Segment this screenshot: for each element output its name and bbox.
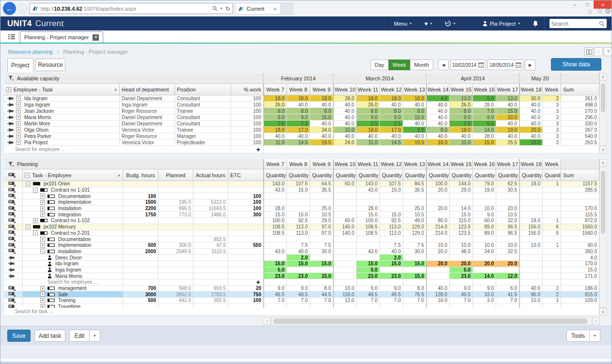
etc-hours[interactable] <box>228 261 264 267</box>
quantity-cell[interactable] <box>403 279 426 286</box>
quantity-cell[interactable]: 34.0 <box>473 249 496 255</box>
expand-toggle[interactable]: + <box>40 304 45 308</box>
quantity-cell[interactable]: 29.0 <box>310 218 333 224</box>
capacity-week-cell[interactable]: 20.0 <box>519 127 543 133</box>
budget-hours[interactable] <box>123 255 158 261</box>
etc-hours[interactable]: 100 <box>228 193 264 199</box>
quantity-cell[interactable] <box>496 279 519 286</box>
budget-hours[interactable]: 100 <box>123 193 158 199</box>
new-tab-button[interactable] <box>282 3 293 15</box>
quantity-cell[interactable] <box>543 236 561 243</box>
task-name[interactable]: −Contract no 2-201 <box>23 230 123 237</box>
week-header[interactable]: Week 7 <box>264 84 287 95</box>
quantity-cell[interactable]: 97.0 <box>310 224 333 230</box>
quantity-cell[interactable]: 1 <box>543 243 561 249</box>
capacity-week-cell[interactable]: 40.0 <box>310 133 333 139</box>
employee-search-input[interactable]: Search for employee ... <box>4 146 231 153</box>
tab-project[interactable]: Project <box>7 58 33 72</box>
quantity-cell[interactable] <box>380 267 403 273</box>
quantity-cell[interactable]: 12.0 <box>333 298 357 304</box>
quantity-cell[interactable]: 40.0 <box>380 249 403 255</box>
quantity-cell[interactable]: 30.5 <box>496 187 519 194</box>
quantity-cell[interactable]: 20.0 <box>496 261 519 267</box>
quantity-cell[interactable]: 25.0 <box>310 206 333 212</box>
expand-toggle[interactable]: + <box>16 96 21 101</box>
capacity-week-cell[interactable]: 40.0 <box>519 114 543 121</box>
capacity-week-cell[interactable]: 40.0 <box>403 133 426 139</box>
quantity-cell[interactable] <box>264 236 287 243</box>
quantity-cell[interactable] <box>473 255 496 261</box>
quantity-cell[interactable] <box>333 236 357 243</box>
quantity-cell[interactable]: 28.0 <box>357 206 380 212</box>
employee-name[interactable]: Ida Ingram <box>23 261 123 267</box>
capacity-week-cell[interactable]: 7.0 <box>473 108 496 114</box>
quantity-cell[interactable] <box>310 304 333 308</box>
week-header[interactable]: Week 15 <box>450 84 473 95</box>
week-header[interactable]: Week 8 <box>287 159 310 169</box>
expand-toggle[interactable]: + <box>16 140 21 145</box>
quantity-cell[interactable] <box>473 199 496 206</box>
quantity-cell[interactable]: 25.0 <box>403 206 426 212</box>
expand-toggle[interactable]: + <box>33 218 38 223</box>
capacity-week-cell[interactable]: 40.0 <box>333 114 357 121</box>
favorites-star-icon[interactable]: ☆ <box>596 7 603 15</box>
etc-hours[interactable] <box>228 236 264 243</box>
capacity-week-cell[interactable]: 9.0 <box>450 114 473 121</box>
quantity-cell[interactable]: 1 <box>543 298 561 304</box>
employee-name[interactable]: +Maria Morris <box>4 114 120 121</box>
task-name[interactable]: +Implementation <box>23 243 123 249</box>
capacity-week-cell[interactable]: 40.0 <box>380 102 403 108</box>
unschedule-icon[interactable] <box>4 291 23 298</box>
quantity-cell[interactable] <box>473 236 496 243</box>
quantity-cell[interactable]: 23.0 <box>357 273 380 279</box>
capacity-week-cell[interactable]: 14.5 <box>287 139 310 146</box>
task-name[interactable]: +Integration <box>23 212 123 218</box>
quantity-cell[interactable] <box>264 255 287 261</box>
expand-toggle[interactable]: + <box>16 121 21 126</box>
quantity-cell[interactable]: 9.0 <box>380 286 403 292</box>
quantity-cell[interactable]: 9.0 <box>264 286 287 292</box>
quantity-cell[interactable]: 115.0 <box>450 218 473 224</box>
etc-hours[interactable]: 100 <box>228 199 264 206</box>
quantity-cell[interactable]: 20.0 <box>450 261 473 267</box>
quantity-cell[interactable]: 15.0 <box>287 212 310 218</box>
capacity-week-cell[interactable]: 2.5 <box>380 121 403 127</box>
quantity-cell[interactable] <box>543 273 561 279</box>
quantity-cell[interactable] <box>357 255 380 261</box>
quantity-cell[interactable]: 10.0 <box>450 243 473 249</box>
capacity-week-cell[interactable]: 3 <box>543 133 561 139</box>
budget-hours[interactable] <box>123 218 158 224</box>
quantity-cell[interactable]: 1 <box>543 181 561 187</box>
unschedule-icon[interactable] <box>4 212 23 218</box>
capacity-week-cell[interactable]: 40.0 <box>403 102 426 108</box>
pin-icon[interactable] <box>4 261 23 267</box>
quantity-cell[interactable] <box>496 199 519 206</box>
breadcrumb-parent-link[interactable]: Resource planning <box>8 49 53 55</box>
quantity-cell[interactable] <box>403 199 426 206</box>
capacity-week-cell[interactable]: 19.5 <box>403 139 426 146</box>
budget-hours[interactable] <box>123 261 158 267</box>
unschedule-icon[interactable] <box>4 249 23 255</box>
employee-name[interactable]: Maria Morris <box>23 273 123 279</box>
capacity-week-cell[interactable]: 8.0 <box>287 108 310 114</box>
employee-name[interactable]: +Ida Ingram <box>4 95 120 102</box>
task-name[interactable]: +Implementation <box>23 199 123 206</box>
quantity-cell[interactable]: 43.0 <box>264 249 287 255</box>
quantity-cell[interactable]: 15.0 <box>264 261 287 267</box>
capacity-scrollbar[interactable] <box>599 80 607 146</box>
etc-hours[interactable]: 550 <box>228 243 264 249</box>
quantity-cell[interactable] <box>357 243 380 249</box>
capacity-week-cell[interactable]: 40.0 <box>426 121 450 127</box>
employee-name[interactable]: +Joan Jackson <box>4 108 120 114</box>
horizontal-scrollbar[interactable] <box>271 317 592 325</box>
budget-hours[interactable] <box>123 224 158 230</box>
unschedule-icon[interactable] <box>4 236 23 243</box>
quantity-cell[interactable] <box>333 193 357 199</box>
week-header[interactable]: Week 12 <box>380 84 403 95</box>
quantity-cell[interactable] <box>264 193 287 199</box>
planned-header[interactable]: Planned <box>158 169 193 181</box>
quantity-cell[interactable] <box>543 261 561 267</box>
quantity-cell[interactable] <box>333 267 357 273</box>
quantity-cell[interactable]: 8.0 <box>310 286 333 292</box>
task-employee-header[interactable]: −Task - Employee▲ <box>23 169 123 181</box>
